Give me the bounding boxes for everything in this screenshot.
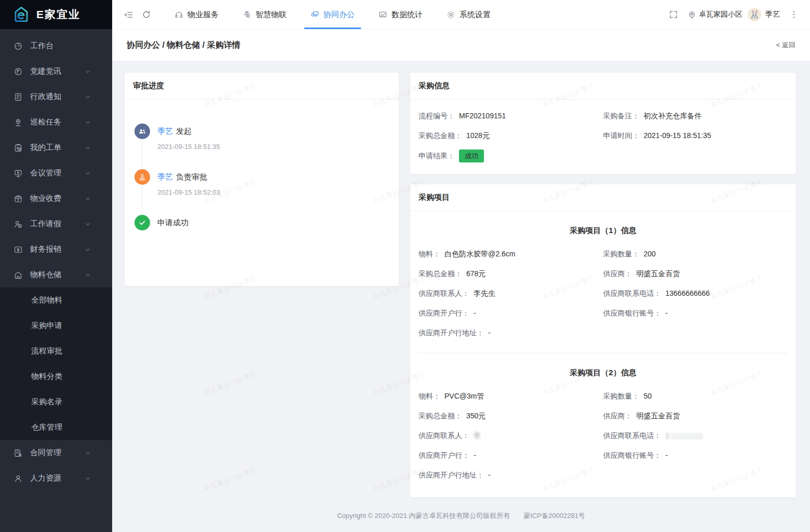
chevron-down-icon xyxy=(84,93,91,101)
field-value: PVC@3m管 xyxy=(444,392,484,400)
sidebar-subitem-2[interactable]: 流程审批 xyxy=(0,338,112,364)
home-e-logo-icon xyxy=(12,6,30,23)
user-menu[interactable]: 🐰 季艺 xyxy=(748,8,780,21)
dashboard-icon xyxy=(14,42,23,51)
field-row: 供应商开户行地址：- xyxy=(419,469,603,481)
field-label: 供应商联系电话： xyxy=(603,431,662,440)
sidebar-item-label: 合同管理 xyxy=(30,448,61,458)
purchase-items-card: 采购项目 采购项目（1）信息物料：白色防水胶带@2.6cm采购数量：200采购总… xyxy=(410,184,796,497)
field-label: 采购备注： xyxy=(603,112,640,120)
field-row: 采购备注：初次补充仓库备件 xyxy=(603,110,788,121)
sidebar-item-5[interactable]: 会议管理 xyxy=(0,160,112,186)
contract-icon xyxy=(14,448,23,458)
sidebar-subitem-label: 仓库管理 xyxy=(31,422,62,432)
breadcrumb-bar: 协同办公 / 物料仓储 / 采购详情 < 返回 xyxy=(112,29,810,61)
field-row: 流程编号：MF202109151 xyxy=(419,110,603,121)
menu-collapse-icon xyxy=(124,10,133,20)
sidebar-item-label: 人力资源 xyxy=(30,473,61,483)
sidebar-item-label: 工作台 xyxy=(30,41,53,51)
field-row: 供应商银行账号：- xyxy=(603,449,788,461)
sidebar-item-3[interactable]: 巡检任务 xyxy=(0,110,112,135)
sidebar-item-11[interactable]: 人力资源 xyxy=(0,466,112,491)
approval-step-dot xyxy=(134,215,150,230)
field-row: 供应商联系电话：13666666666 xyxy=(603,288,788,299)
hr-icon xyxy=(14,474,23,483)
field-value: 350元 xyxy=(466,412,485,420)
sidebar-subitem-1[interactable]: 采购申请 xyxy=(0,313,112,338)
field-label: 供应商： xyxy=(603,412,632,420)
item-divider xyxy=(419,353,788,353)
approval-step-2: 申请成功 xyxy=(133,216,390,229)
field-row: 供应商联系人：李先生 xyxy=(419,288,603,299)
sidebar-item-10[interactable]: 合同管理 xyxy=(0,440,112,466)
nav-item-1[interactable]: 智慧物联 xyxy=(237,0,292,29)
main-nav: 物业服务智慧物联协同办公数据统计系统设置 xyxy=(163,0,503,29)
user-name: 季艺 xyxy=(765,10,780,19)
sidebar-item-1[interactable]: 党建党讯 xyxy=(0,59,112,84)
finance-icon xyxy=(14,245,23,254)
field-row: 申请结果：成功 xyxy=(419,149,603,162)
field-label: 采购总金额： xyxy=(419,131,462,140)
sidebar-subitem-label: 物料分类 xyxy=(31,372,62,381)
sidebar-subitem-0[interactable]: 全部物料 xyxy=(0,288,112,313)
purchase-info-card: 采购信息 流程编号：MF202109151采购备注：初次补充仓库备件采购总金额：… xyxy=(410,73,796,174)
nav-item-2[interactable]: 协同办公 xyxy=(305,0,360,29)
approval-step-action: 负责审批 xyxy=(176,172,207,181)
field-value: 2021-09-15 18:51:35 xyxy=(644,131,711,140)
approver-name[interactable]: 季艺 xyxy=(157,172,173,181)
sidebar-item-8[interactable]: 财务报销 xyxy=(0,237,112,262)
menu-collapse-icon[interactable] xyxy=(119,7,138,23)
approval-timeline: 季艺发起2021-09-15 18:51:35季艺负责审批2021-09-15 … xyxy=(125,100,399,229)
field-label: 物料： xyxy=(419,250,440,258)
approver-name[interactable]: 季艺 xyxy=(157,127,173,135)
field-label: 流程编号： xyxy=(419,112,455,120)
check-icon xyxy=(138,218,147,227)
back-link[interactable]: < 返回 xyxy=(776,40,795,50)
sidebar-item-4[interactable]: 我的工单 xyxy=(0,135,112,160)
sidebar-subitem-3[interactable]: 物料分类 xyxy=(0,364,112,389)
fullscreen-icon xyxy=(669,10,678,19)
fullscreen-icon[interactable] xyxy=(665,7,682,22)
field-value: - xyxy=(488,471,491,479)
field-row: 采购数量：50 xyxy=(603,390,788,402)
community-selector[interactable]: 卓瓦家园小区 xyxy=(687,10,743,19)
sidebar-item-0[interactable]: 工作台 xyxy=(0,33,112,59)
field-value: 成功 xyxy=(459,149,484,162)
purchase-items-body: 采购项目（1）信息物料：白色防水胶带@2.6cm采购数量：200采购总金额：67… xyxy=(410,226,796,497)
field-label: 采购数量： xyxy=(603,250,640,258)
chevron-up-icon xyxy=(84,271,91,279)
nav-item-0[interactable]: 物业服务 xyxy=(169,0,224,29)
sidebar-item-label: 行政通知 xyxy=(30,92,61,102)
field-value: - xyxy=(666,451,668,459)
field-value: 50 xyxy=(644,392,652,400)
content: 审批进度 季艺发起2021-09-15 18:51:35季艺负责审批2021-0… xyxy=(125,73,796,497)
sidebar-subitem-5[interactable]: 仓库管理 xyxy=(0,415,112,440)
sidebar-item-6[interactable]: 物业收费 xyxy=(0,186,112,211)
field-label: 供应商开户行： xyxy=(419,309,469,317)
app-logo[interactable]: E家宜业 xyxy=(0,0,112,29)
sidebar-subitem-4[interactable]: 采购名录 xyxy=(0,389,112,415)
location-icon xyxy=(687,10,696,19)
purchase-items-title: 采购项目 xyxy=(419,193,450,202)
field-row: 供应商联系电话：1 xyxy=(603,430,788,441)
sidebar-item-label: 会议管理 xyxy=(30,168,61,178)
sidebar-item-7[interactable]: 工作请假 xyxy=(0,211,112,237)
field-row: 供应商：明盛五金百货 xyxy=(603,410,788,421)
sidebar-item-9[interactable]: 物料仓储 xyxy=(0,262,112,288)
field-row: 采购数量：200 xyxy=(603,248,788,260)
field-value: 李先生 xyxy=(474,289,495,297)
more-vertical-icon[interactable] xyxy=(785,7,803,22)
gear-icon xyxy=(447,10,455,19)
refresh-icon[interactable] xyxy=(138,7,155,22)
chevron-down-icon xyxy=(84,119,91,126)
nav-item-4[interactable]: 系统设置 xyxy=(441,0,496,29)
field-value: 明盛五金百货 xyxy=(637,412,680,420)
field-label: 供应商联系电话： xyxy=(603,289,662,297)
screens-icon xyxy=(310,10,319,19)
location-icon xyxy=(687,10,696,19)
nav-item-3[interactable]: 数据统计 xyxy=(373,0,428,29)
purchase-item-fields: 物料：PVC@3m管采购数量：50采购总金额：350元供应商：明盛五金百货供应商… xyxy=(410,390,796,483)
sidebar-item-2[interactable]: 行政通知 xyxy=(0,84,112,110)
field-label: 供应商开户行地址： xyxy=(419,329,484,337)
topbar: 物业服务智慧物联协同办公数据统计系统设置 卓瓦家园小区 🐰 季艺 xyxy=(112,0,810,30)
